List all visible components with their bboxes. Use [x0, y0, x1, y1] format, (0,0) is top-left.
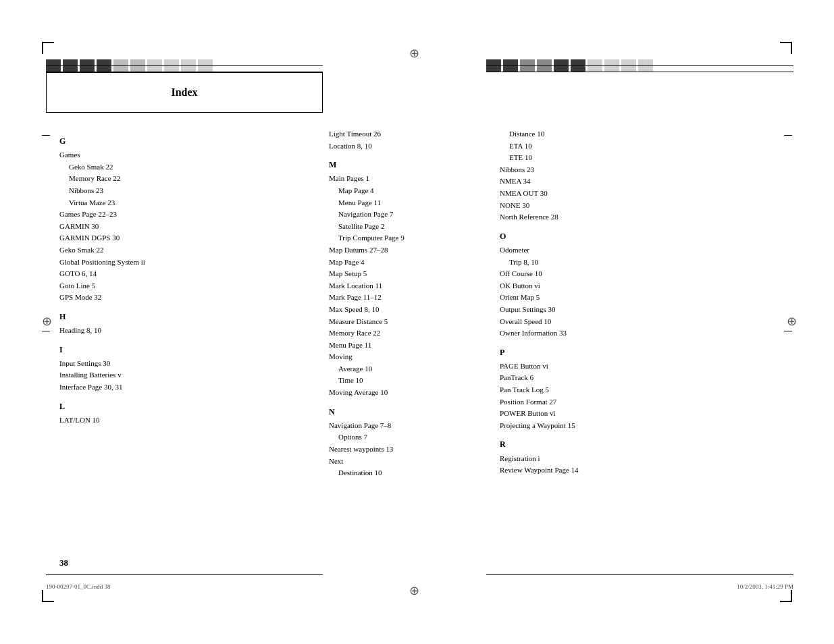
- entry-heading: Heading 8, 10: [59, 325, 309, 337]
- entry-installing-batteries: Installing Batteries v: [59, 369, 309, 381]
- corner-tick-tl: [42, 42, 54, 54]
- entry-overall-speed: Overall Speed 10: [500, 316, 777, 328]
- corner-tick-bl: [42, 590, 54, 602]
- section-o-header: O: [500, 230, 777, 243]
- right-column: Distance 10 ETA 10 ETE 10 Nibbons 23 NME…: [500, 128, 777, 477]
- entry-off-course: Off Course 10: [500, 268, 777, 280]
- entry-north-reference: North Reference 28: [500, 211, 777, 223]
- section-m-header: M: [329, 159, 477, 171]
- entry-max-speed: Max Speed 8, 10: [329, 304, 477, 316]
- entry-page-button: PAGE Button vi: [500, 360, 777, 373]
- entry-ete: ETE 10: [500, 152, 777, 164]
- entry-nibbons: Nibbons 23: [500, 164, 777, 176]
- entry-map-page: Map Page 4: [329, 257, 477, 269]
- entry-main-pages: Main Pages 1: [329, 173, 477, 185]
- entry-moving: Moving: [329, 351, 477, 363]
- corner-tick-tr: [780, 42, 792, 54]
- entry-trip-computer-sub: Trip Computer Page 9: [329, 232, 477, 244]
- entry-games-page: Games Page 22–23: [59, 209, 309, 221]
- entry-nibbons-games: Nibbons 23: [59, 185, 309, 197]
- entry-memory-race: Memory Race 22: [329, 327, 477, 340]
- left-column: G Games Geko Smak 22 Memory Race 22 Nibb…: [59, 128, 309, 426]
- entry-none: NONE 30: [500, 200, 777, 212]
- crosshair-left-mid: ⊕: [42, 314, 52, 329]
- entry-power-button: POWER Button vi: [500, 408, 777, 420]
- entry-input-settings: Input Settings 30: [59, 358, 309, 370]
- entry-moving-average-sub: Average 10: [329, 363, 477, 375]
- corner-tick-br: [780, 590, 792, 602]
- section-i-header: I: [59, 344, 309, 356]
- entry-options-sub: Options 7: [329, 431, 477, 444]
- entry-owner-information: Owner Information 33: [500, 327, 777, 340]
- index-title-box: Index: [46, 72, 323, 113]
- section-h-header: H: [59, 311, 309, 323]
- crosshair-bottom-center: ⊕: [409, 583, 419, 598]
- entry-pan-track-log: Pan Track Log 5: [500, 384, 777, 396]
- footer-right: 10/2/2003, 1:41:29 PM: [737, 583, 793, 590]
- entry-interface-page: Interface Page 30, 31: [59, 381, 309, 394]
- crosshair-top-center: ⊕: [409, 46, 419, 61]
- entry-output-settings: Output Settings 30: [500, 304, 777, 316]
- entry-garmin-dgps: GARMIN DGPS 30: [59, 232, 309, 244]
- entry-location: Location 8, 10: [329, 140, 477, 153]
- page-number: 38: [59, 558, 68, 568]
- entry-map-datums: Map Datums 27–28: [329, 244, 477, 257]
- entry-moving-time-sub: Time 10: [329, 375, 477, 387]
- entry-next: Next: [329, 456, 477, 468]
- entry-memory-race-games: Memory Race 22: [59, 173, 309, 185]
- entry-measure-distance: Measure Distance 5: [329, 316, 477, 328]
- footer-hline-right: [486, 574, 793, 575]
- entry-nmea: NMEA 34: [500, 176, 777, 188]
- entry-games: Games: [59, 149, 309, 161]
- entry-mark-location: Mark Location 11: [329, 280, 477, 292]
- entry-position-format: Position Format 27: [500, 396, 777, 408]
- crosshair-right-mid: ⊕: [787, 314, 797, 329]
- index-title: Index: [171, 86, 197, 99]
- entry-navigation-page: Navigation Page 7–8: [329, 420, 477, 432]
- entry-light-timeout: Light Timeout 26: [329, 128, 477, 140]
- hline-top-right: [486, 65, 793, 66]
- entry-mark-page: Mark Page 11–12: [329, 292, 477, 304]
- side-tick-right-top: [784, 135, 792, 136]
- entry-moving-average: Moving Average 10: [329, 387, 477, 399]
- entry-registration: Registration i: [500, 453, 777, 465]
- side-tick-left-mid: [42, 331, 50, 331]
- section-p-header: P: [500, 346, 777, 359]
- entry-lat-lon: LAT/LON 10: [59, 414, 309, 427]
- entry-map-page-sub: Map Page 4: [329, 185, 477, 197]
- entry-menu-page: Menu Page 11: [329, 340, 477, 352]
- entry-geko-smak: Geko Smak 22: [59, 244, 309, 257]
- entry-nearest-waypoints: Nearest waypoints 13: [329, 444, 477, 456]
- side-tick-left-top: [42, 135, 50, 136]
- section-n-header-mid: N: [329, 406, 477, 419]
- entry-gps-mode: GPS Mode 32: [59, 292, 309, 304]
- entry-map-setup: Map Setup 5: [329, 268, 477, 280]
- footer-hline-left: [46, 574, 323, 575]
- entry-trip-sub: Trip 8, 10: [500, 257, 777, 269]
- entry-pantrack: PanTrack 6: [500, 372, 777, 384]
- footer-left: 190-00297-01_0C.indd 38: [46, 583, 111, 590]
- hline-bottom-right: [486, 72, 793, 72]
- entry-nmea-out: NMEA OUT 30: [500, 188, 777, 200]
- page: Index ⊕ ⊕ ⊕ ⊕ G Games Geko Smak 22 Memor…: [0, 0, 834, 644]
- entry-navigation-page-sub: Navigation Page 7: [329, 209, 477, 221]
- entry-ok-button: OK Button vi: [500, 280, 777, 292]
- entry-distance: Distance 10: [500, 128, 777, 140]
- section-g-header: G: [59, 135, 309, 148]
- entry-virtua-maze-games: Virtua Maze 23: [59, 197, 309, 209]
- entry-destination-sub: Destination 10: [329, 467, 477, 479]
- entry-global-positioning: Global Positioning System ii: [59, 257, 309, 269]
- entry-menu-page-sub: Menu Page 11: [329, 197, 477, 209]
- entry-goto: GOTO 6, 14: [59, 268, 309, 280]
- entry-geko-smak-games: Geko Smak 22: [59, 161, 309, 173]
- entry-goto-line: Goto Line 5: [59, 280, 309, 292]
- section-l-header: L: [59, 400, 309, 413]
- entry-garmin: GARMIN 30: [59, 221, 309, 233]
- entry-odometer: Odometer: [500, 244, 777, 257]
- entry-eta: ETA 10: [500, 140, 777, 153]
- entry-projecting-waypoint: Projecting a Waypoint 15: [500, 420, 777, 432]
- side-tick-right-mid: [784, 331, 792, 331]
- entry-orient-map: Orient Map 5: [500, 292, 777, 304]
- entry-satellite-page-sub: Satellite Page 2: [329, 221, 477, 233]
- section-r-header: R: [500, 438, 777, 451]
